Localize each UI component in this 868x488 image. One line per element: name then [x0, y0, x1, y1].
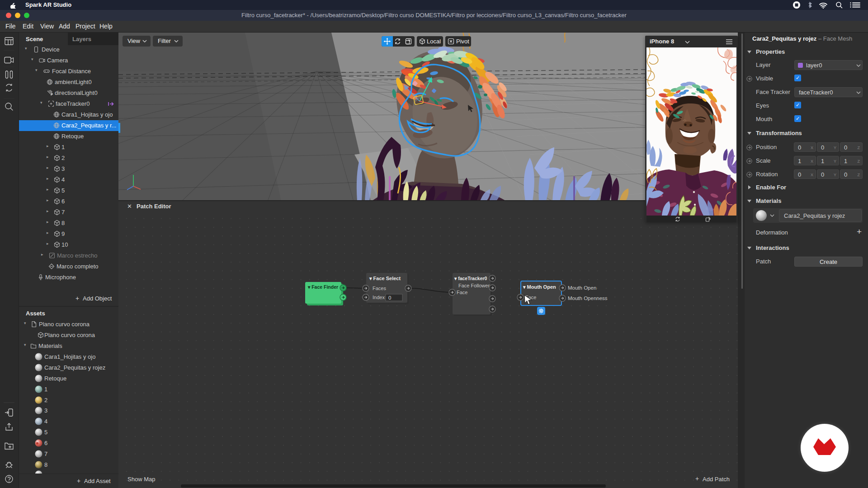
- svg-text:▾ Face Select: ▾ Face Select: [369, 276, 401, 281]
- svg-text:Face Follower: Face Follower: [458, 283, 490, 288]
- svg-text:▾ Mouth Open: ▾ Mouth Open: [523, 284, 556, 290]
- svg-text:Faces: Faces: [373, 286, 386, 291]
- svg-text:Mouth Openness: Mouth Openness: [568, 296, 608, 301]
- svg-text:Mouth Open: Mouth Open: [568, 285, 596, 291]
- svg-text:▾ faceTracker0: ▾ faceTracker0: [454, 276, 487, 281]
- svg-text:▾ Face Finder: ▾ Face Finder: [307, 284, 338, 290]
- svg-text:0: 0: [388, 295, 391, 300]
- svg-text:Face: Face: [457, 290, 467, 295]
- svg-text:Index: Index: [373, 295, 385, 300]
